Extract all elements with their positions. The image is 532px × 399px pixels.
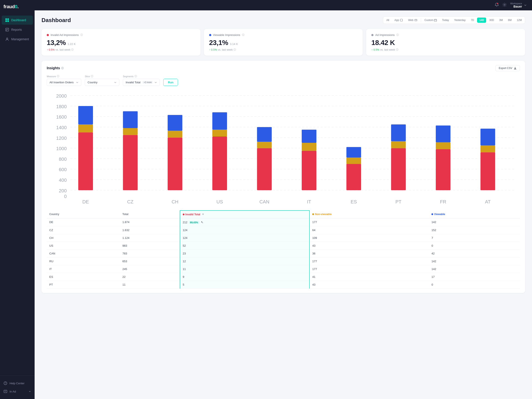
- filter-custom[interactable]: Custom: [422, 18, 439, 23]
- run-button[interactable]: Run: [163, 79, 178, 86]
- col-header-invalid-total: Invalid Total ✕: [180, 211, 310, 218]
- logo-highlight: 0: [15, 4, 18, 9]
- cell-country-CZ: CZ: [47, 226, 120, 234]
- metric-card-invalid-ad: Invalid Ad Impressions ⓘ 13,2% 1.22 K ↑ …: [42, 29, 201, 56]
- svg-rect-59: [212, 130, 227, 136]
- metric-value-row-ad-impressions: 18.42 K: [371, 39, 520, 47]
- svg-text:600: 600: [59, 167, 67, 172]
- metric-info-viewable[interactable]: ⓘ: [242, 33, 244, 37]
- cell-country-CAN: CAN: [47, 250, 120, 257]
- cell-invalid-CAN: 23: [180, 250, 310, 257]
- cell-nonviewable-PT: 43: [310, 281, 429, 289]
- sidebar-item-reports[interactable]: Reports: [2, 25, 33, 34]
- measure-select[interactable]: All Insertion Orders: [47, 79, 81, 86]
- sidebar-item-help[interactable]: ? Help Center: [2, 379, 33, 387]
- filter-3m[interactable]: 3M: [497, 18, 505, 23]
- svg-text:2000: 2000: [56, 93, 67, 99]
- invalid-dot: [183, 213, 184, 215]
- settings-icon[interactable]: [502, 3, 507, 8]
- inad-chevron-icon: [29, 390, 31, 393]
- cell-country-RU: RU: [47, 257, 120, 265]
- non-viewable-header-label: Non-viewable: [312, 213, 331, 216]
- sidebar-item-inad[interactable]: In Ad: [2, 387, 33, 396]
- filter-12m[interactable]: 12M: [515, 18, 524, 23]
- metric-value-ad-impressions: 18.42 K: [371, 39, 395, 47]
- measure-info-icon[interactable]: ⓘ: [57, 75, 59, 78]
- svg-point-16: [504, 4, 505, 5]
- table-row: CZ 1.632 124 64 152: [47, 226, 520, 234]
- segments-select[interactable]: Invalid Total +2 more: [123, 79, 160, 86]
- cell-viewable-CAN: 42: [429, 250, 520, 257]
- metric-change-info-viewable[interactable]: ⓘ: [234, 48, 236, 51]
- invalid-total-close[interactable]: ✕: [202, 213, 204, 216]
- metric-change-invalid-ad: ↑ 0.5% vs. last week ⓘ: [47, 48, 195, 51]
- svg-text:CZ: CZ: [127, 199, 133, 205]
- content-area: Dashboard All App Web: [35, 10, 532, 399]
- bar-chart: 2000 1800 1600 1400 1200 1000 800 600 40…: [47, 90, 520, 206]
- filter-14d[interactable]: 14D: [477, 18, 486, 23]
- table-row: RU 653 12 177 142: [47, 257, 520, 265]
- insights-panel: Insights ⓘ Export CSV Measure ⓘ: [42, 61, 525, 293]
- cell-nonviewable-CH: 109: [310, 234, 429, 242]
- svg-rect-82: [481, 152, 495, 190]
- metric-value-invalid-ad: 13,2%: [47, 39, 66, 47]
- cell-invalid-CZ: 124: [180, 226, 310, 234]
- metric-change-label-ad-impressions: vs. last week: [380, 48, 395, 51]
- sidebar-item-dashboard-label: Dashboard: [11, 18, 26, 22]
- svg-text:800: 800: [59, 156, 67, 162]
- filter-all[interactable]: All: [384, 18, 391, 23]
- table-row: CAN 783 23 36 42: [47, 250, 520, 257]
- sidebar-item-dashboard[interactable]: Dashboard: [2, 16, 33, 25]
- export-csv-button[interactable]: Export CSV: [495, 65, 520, 71]
- metric-change-info-ad-impressions[interactable]: ⓘ: [396, 48, 398, 51]
- filter-7d[interactable]: 7D: [469, 18, 476, 23]
- table-row: ES 22 9 41 17: [47, 273, 520, 281]
- metric-header-invalid-ad: Invalid Ad Impressions ⓘ: [47, 33, 195, 37]
- filter-yesterday[interactable]: Yesterday: [452, 18, 468, 23]
- sidebar-nav: Dashboard Reports Management: [0, 13, 35, 375]
- workspace-info[interactable]: Workspace Bauer: [510, 2, 527, 8]
- slice-label: Slice ⓘ: [85, 75, 119, 78]
- svg-rect-56: [168, 115, 182, 131]
- cell-country-PT: PT: [47, 281, 120, 289]
- web-icon: [414, 19, 417, 22]
- filter-today[interactable]: Today: [440, 18, 451, 23]
- insights-info-icon[interactable]: ⓘ: [61, 67, 63, 70]
- cell-country-CH: CH: [47, 234, 120, 242]
- svg-rect-68: [302, 130, 317, 143]
- sidebar-item-management[interactable]: Management: [2, 35, 33, 44]
- metric-label-viewable: Viewable Impressions: [213, 33, 240, 37]
- slice-info-icon[interactable]: ⓘ: [91, 75, 93, 78]
- svg-rect-47: [78, 124, 93, 132]
- metric-change-label-viewable: vs. last week: [218, 48, 233, 51]
- filter-app[interactable]: App: [392, 18, 405, 23]
- app-logo[interactable]: fraud0.: [0, 0, 35, 13]
- svg-rect-54: [168, 138, 182, 190]
- metric-dot-ad-impressions: [371, 34, 374, 36]
- metric-change-info-invalid-ad[interactable]: ⓘ: [71, 48, 74, 51]
- svg-text:?: ?: [5, 382, 6, 385]
- metric-info-invalid-ad[interactable]: ⓘ: [80, 33, 83, 37]
- filter-web[interactable]: Web: [406, 18, 419, 23]
- svg-text:1200: 1200: [56, 135, 67, 141]
- measure-label: Measure ⓘ: [47, 75, 81, 78]
- download-icon: [514, 67, 517, 70]
- insights-title: Insights ⓘ: [47, 66, 63, 70]
- notification-icon[interactable]: [494, 3, 499, 8]
- cursor-de: ↖: [201, 220, 203, 224]
- filter-30d[interactable]: 30D: [487, 18, 496, 23]
- col-header-non-viewable: Non-viewable: [310, 211, 429, 218]
- segments-info-icon[interactable]: ⓘ: [134, 75, 137, 78]
- filter-6m[interactable]: 6M: [506, 18, 514, 23]
- viewable-dot: [431, 213, 433, 215]
- svg-text:1600: 1600: [56, 114, 67, 120]
- cell-nonviewable-DE: 177: [310, 218, 429, 226]
- segments-value: Invalid Total: [126, 81, 140, 84]
- metrics-row: Invalid Ad Impressions ⓘ 13,2% 1.22 K ↑ …: [42, 29, 525, 56]
- metric-info-ad-impressions[interactable]: ⓘ: [396, 33, 399, 37]
- svg-rect-64: [257, 127, 272, 142]
- svg-text:1800: 1800: [56, 104, 67, 109]
- svg-rect-2: [5, 20, 7, 22]
- slice-select[interactable]: Country: [85, 79, 119, 86]
- metric-label-invalid-ad: Invalid Ad Impressions: [51, 33, 79, 37]
